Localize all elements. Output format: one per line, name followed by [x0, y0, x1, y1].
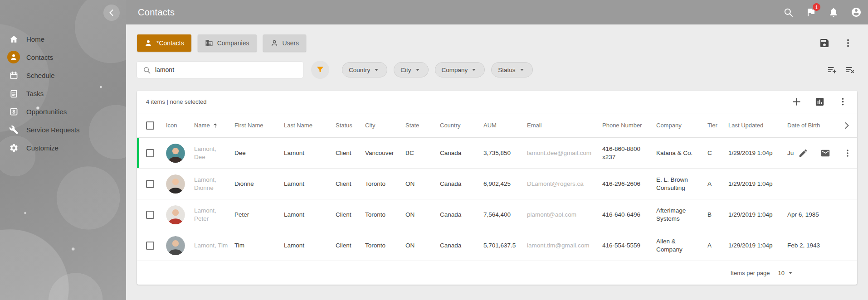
cell-select — [146, 230, 166, 261]
content: *Contacts Companies Users — [126, 24, 868, 300]
contact-avatar — [166, 205, 185, 224]
filter-chip-country[interactable]: Country — [342, 62, 387, 77]
next-page-icon[interactable] — [836, 268, 846, 278]
search-icon[interactable] — [783, 7, 794, 18]
row-checkbox[interactable] — [146, 149, 154, 157]
cell-first_name: Tim — [234, 230, 284, 261]
funnel-icon — [315, 65, 325, 75]
cell-status: Client — [336, 138, 365, 168]
col-header-city[interactable]: City — [365, 113, 405, 137]
contact-row[interactable]: Lamont, DeeDeeLamontClientVancouverBCCan… — [137, 138, 857, 169]
sidebar-menu: Home Contacts Schedule Tasks Opportuniti… — [0, 0, 126, 157]
previous-page-icon[interactable] — [814, 268, 824, 278]
col-header-status[interactable]: Status — [336, 113, 365, 137]
cell-icon — [166, 199, 194, 230]
filter-chip-city[interactable]: City — [394, 62, 428, 77]
cell-name: Lamont, Dee — [194, 138, 234, 168]
calendar-icon — [7, 69, 20, 82]
sidebar-item-opportunities[interactable]: Opportunities — [0, 102, 126, 121]
tab-companies[interactable]: Companies — [198, 34, 257, 52]
cell-last_updated: 1/29/2019 1:04p — [728, 138, 787, 168]
person-icon — [144, 39, 152, 47]
cell-status: Client — [336, 230, 365, 261]
filter-row: Country City Company Status — [137, 61, 857, 79]
sidebar-item-label: Opportunities — [26, 108, 67, 116]
flag-icon[interactable]: 1 — [805, 7, 816, 18]
cell-company: Afterimage Systems — [656, 199, 707, 230]
opportunities-icon — [7, 105, 20, 118]
account-icon[interactable] — [851, 7, 862, 18]
cell-phone: 416-554-5559 — [602, 230, 656, 261]
plus-icon[interactable] — [791, 97, 802, 107]
filter-chip-company[interactable]: Company — [435, 62, 485, 77]
search-box — [137, 62, 303, 78]
filter-clear-icon[interactable] — [845, 65, 855, 75]
cell-select — [146, 199, 166, 230]
entity-tabs: *Contacts Companies Users — [137, 34, 312, 52]
sidebar-item-home[interactable]: Home — [0, 30, 126, 48]
tasks-icon — [7, 87, 20, 100]
clear-search-icon[interactable] — [289, 66, 297, 74]
caret-down-icon — [786, 269, 795, 277]
mail-icon[interactable] — [820, 148, 830, 158]
sidebar-item-label: Schedule — [26, 72, 55, 79]
sidebar-item-schedule[interactable]: Schedule — [0, 66, 126, 84]
cell-last_updated: 1/29/2019 1:04p — [728, 230, 787, 261]
tab-users[interactable]: Users — [263, 34, 307, 52]
col-header-last_updated[interactable]: Last Updated — [728, 113, 787, 137]
col-header-tier[interactable]: Tier — [707, 113, 728, 137]
sidebar-item-service-requests[interactable]: Service Requests — [0, 121, 126, 139]
more-vert-icon[interactable] — [838, 97, 848, 107]
filter-chip-status[interactable]: Status — [491, 62, 532, 77]
sidebar-item-label: Home — [26, 35, 44, 43]
columns-scroll-right-icon[interactable] — [842, 121, 852, 131]
cell-last_updated: 1/29/2019 1:04p — [728, 169, 787, 199]
tab-contacts[interactable]: *Contacts — [137, 34, 191, 52]
save-icon[interactable] — [819, 38, 830, 48]
notification-badge: 1 — [813, 3, 820, 11]
col-header-first_name[interactable]: First Name — [234, 113, 284, 137]
cell-last_name: Lamont — [284, 199, 336, 230]
more-vert-icon[interactable] — [843, 148, 853, 158]
selection-summary: 4 items | none selected — [146, 98, 206, 105]
row-checkbox[interactable] — [146, 211, 154, 219]
cell-country: Canada — [440, 169, 483, 199]
search-input[interactable] — [155, 66, 285, 73]
filter-funnel-button[interactable] — [311, 61, 329, 79]
cell-select — [146, 169, 166, 199]
filter-add-icon[interactable] — [827, 65, 837, 75]
contact-row[interactable]: Lamont, TimTimLamontClientTorontoONCanad… — [137, 230, 857, 261]
select-all-checkbox[interactable] — [146, 121, 154, 130]
col-header-icon[interactable]: Icon — [166, 113, 194, 137]
col-header-state[interactable]: State — [405, 113, 440, 137]
sidebar-item-customize[interactable]: Customize — [0, 139, 126, 157]
col-header-email[interactable]: Email — [527, 113, 602, 137]
col-header-phone[interactable]: Phone Number — [602, 113, 656, 137]
sidebar-collapse-button[interactable] — [103, 5, 120, 21]
contact-row[interactable]: Lamont, PeterPeterLamontClientTorontoONC… — [137, 199, 857, 230]
col-header-name[interactable]: Name — [194, 113, 234, 137]
col-header-last_name[interactable]: Last Name — [284, 113, 336, 137]
row-checkbox[interactable] — [146, 242, 154, 250]
edit-icon[interactable] — [798, 148, 808, 158]
cell-state: ON — [405, 169, 440, 199]
more-vert-icon[interactable] — [843, 38, 853, 48]
row-actions — [798, 148, 853, 158]
cell-status: Client — [336, 169, 365, 199]
sidebar-item-contacts[interactable]: Contacts — [0, 48, 126, 66]
cell-email: lamont.dee@gmail.com — [527, 138, 602, 168]
bell-icon[interactable] — [828, 7, 839, 18]
contact-row[interactable]: Lamont, DionneDionneLamontClientTorontoO… — [137, 169, 857, 199]
chart-icon[interactable] — [814, 97, 825, 107]
contacts-table-card: 4 items | none selected Icon Name Fir — [137, 91, 857, 285]
cell-company: Allen & Company — [656, 230, 707, 261]
topbar-actions: 1 — [783, 7, 862, 18]
col-header-aum[interactable]: AUM — [483, 113, 527, 137]
col-header-company[interactable]: Company — [656, 113, 707, 137]
items-per-page-select[interactable]: 10 — [778, 269, 795, 277]
row-checkbox[interactable] — [146, 180, 154, 188]
caret-down-icon — [470, 66, 478, 74]
sidebar-item-tasks[interactable]: Tasks — [0, 84, 126, 102]
col-header-country[interactable]: Country — [440, 113, 483, 137]
cell-first_name: Dionne — [234, 169, 284, 199]
